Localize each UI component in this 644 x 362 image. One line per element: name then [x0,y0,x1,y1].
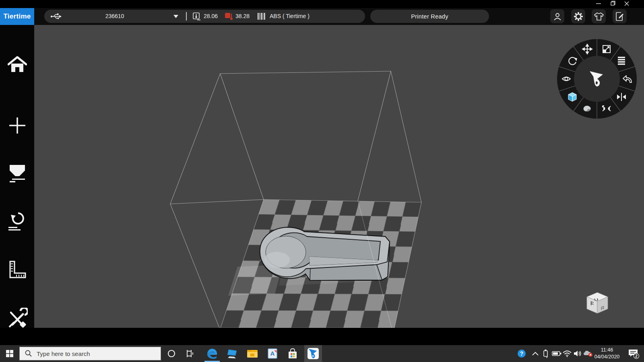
task-view-button[interactable] [181,345,199,362]
search-input[interactable]: Type here to search [19,347,161,360]
tiertime-app-icon [307,348,319,360]
brand-text: Tiertime [3,12,31,21]
dropdown-arrow-icon[interactable] [173,14,179,19]
tray-help[interactable]: ? [513,345,530,362]
taskbar-app-edge[interactable] [203,345,221,362]
notification-badge: 2 [635,354,638,358]
status-pill: Printer Ready [370,10,489,23]
sidebar-item-home[interactable] [0,51,34,79]
radial-item-cube-view[interactable] [568,93,576,101]
nozzle-temp-icon [224,12,235,21]
usb-icon [50,12,62,21]
cortana-icon [167,349,176,358]
shirt-icon [594,11,604,22]
file-explorer-icon [246,348,258,359]
store-icon [287,348,298,359]
status-text: Printer Ready [411,13,448,20]
chevron-up-icon [532,351,539,356]
settings-button[interactable] [571,9,585,23]
nozzle-temp-value: 38.28 [235,13,250,19]
volume-icon [573,350,582,357]
notification-center-button[interactable]: 2 [624,345,642,362]
taskbar-app-store[interactable] [284,345,301,362]
divider [186,12,187,21]
search-icon [25,350,33,358]
minimize-button[interactable] [594,0,603,7]
orientation-cube[interactable]: U F R [587,292,608,313]
edit-document-icon [615,11,625,22]
taskbar-app-photos[interactable]: A [264,345,281,362]
plus-icon [8,116,27,135]
start-button[interactable] [1,345,19,362]
clock-date: 04/04/2020 [592,354,622,360]
print-icon [8,162,27,183]
radial-menu[interactable] [557,39,637,119]
material-value[interactable]: ABS ( Tiertime ) [270,13,310,19]
home-icon [8,56,27,74]
taskbar-app-display[interactable] [223,345,241,362]
window-bottom-band [0,328,644,345]
sidebar-item-initialize[interactable] [0,207,34,235]
sidebar-item-print[interactable] [0,159,34,187]
tools-icon [7,308,28,329]
svg-text:?: ? [520,350,524,357]
printer-bar: 236610 28.06 38.28 [44,10,365,23]
bed-temp-icon [192,12,202,21]
edit-document-button[interactable] [613,9,627,23]
user-icon [553,12,562,21]
restore-button[interactable] [608,0,617,7]
ruler-icon [7,259,27,280]
sidebar [0,25,34,328]
user-button[interactable] [550,9,564,23]
taskbar-clock[interactable]: 11:46 04/04/2020 [592,347,622,360]
gear-icon [573,11,584,22]
task-view-icon [185,349,195,358]
bed-temp-value: 28.06 [204,13,218,19]
notification-icon: 2 [627,348,639,359]
sidebar-item-calibrate[interactable] [0,255,34,284]
usb-device-icon [542,349,549,358]
sidebar-item-add-model[interactable] [0,111,34,140]
svg-text:A: A [270,350,275,357]
close-button[interactable] [622,0,632,7]
display-app-icon [226,348,238,359]
search-placeholder: Type here to search [37,350,90,357]
taskbar-app-file-explorer[interactable] [244,345,261,362]
edge-icon [206,348,218,360]
photos-app-icon: A [267,348,278,359]
clock-time: 11:46 [592,347,622,354]
taskbar: Type here to search [0,345,644,362]
help-icon: ? [517,349,526,358]
build-volume-wireframe [170,71,421,328]
windows-logo-icon [6,350,13,357]
brand-logo[interactable]: Tiertime [0,8,34,25]
scene-overlay: U F R [34,25,644,328]
cortana-button[interactable] [163,345,180,362]
taskbar-app-tiertime[interactable] [304,345,322,362]
screen: Tiertime 236610 28. [0,0,644,362]
title-bar [0,0,644,8]
material-barcode-icon [257,12,266,21]
initialize-icon [7,211,27,232]
model-keyhole-tray[interactable] [260,227,390,280]
viewport-3d[interactable]: U F R [34,25,644,328]
toolbar: Tiertime 236610 28. [0,8,644,25]
printer-id[interactable]: 236610 [93,13,137,19]
model-library-button[interactable] [592,9,606,23]
